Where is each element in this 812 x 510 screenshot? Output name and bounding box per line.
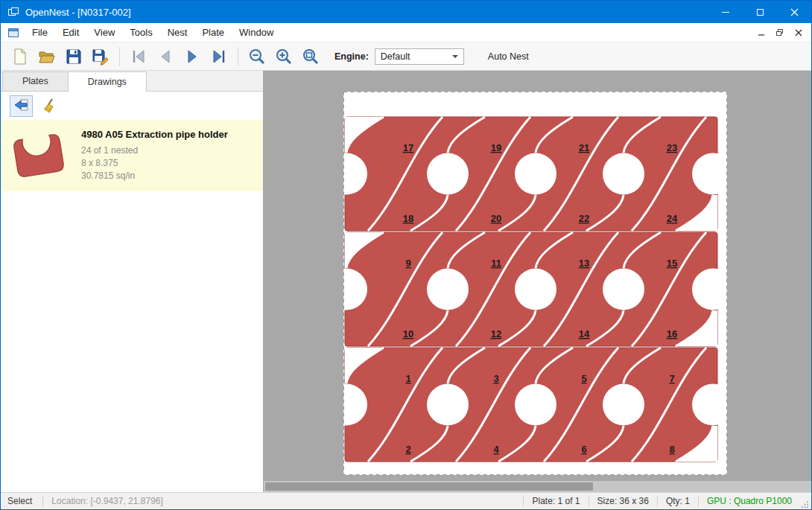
- plate[interactable]: 171921231820222491113151012141613572468: [343, 92, 727, 475]
- return-drawing-button[interactable]: [10, 95, 33, 117]
- part-label-24[interactable]: 24: [667, 213, 678, 224]
- return-drawing-icon: [13, 98, 30, 114]
- part-label-13[interactable]: 13: [579, 258, 589, 269]
- part-label-6[interactable]: 6: [581, 444, 586, 455]
- zoom-in-button[interactable]: [270, 45, 297, 68]
- pipe-notch-hole: [515, 269, 556, 310]
- part-label-20[interactable]: 20: [491, 213, 501, 224]
- menu-items: FileEditViewToolsNestPlateWindow: [25, 24, 281, 41]
- part-label-21[interactable]: 21: [579, 142, 589, 153]
- menu-item-nest[interactable]: Nest: [160, 24, 195, 41]
- zoom-out-button[interactable]: [244, 45, 270, 68]
- zoom-fit-icon: [302, 48, 320, 66]
- minimize-button[interactable]: [708, 1, 743, 23]
- resize-grip[interactable]: [802, 500, 809, 508]
- horizontal-scrollbar[interactable]: [264, 481, 811, 492]
- open-button[interactable]: [34, 45, 60, 68]
- auto-nest-button[interactable]: Auto Nest: [482, 48, 535, 66]
- new-button[interactable]: [7, 45, 34, 68]
- drawing-size: 8 x 8.375: [81, 157, 228, 170]
- maximize-icon: [757, 9, 764, 16]
- part-label-12[interactable]: 12: [491, 328, 501, 340]
- part-label-18[interactable]: 18: [403, 213, 413, 224]
- part-label-23[interactable]: 23: [667, 142, 677, 153]
- part-label-8[interactable]: 8: [669, 444, 674, 455]
- mdi-restore-button[interactable]: [770, 25, 789, 40]
- toolbar-separator: [119, 47, 120, 66]
- pipe-notch-hole: [603, 269, 644, 310]
- app-icon[interactable]: [7, 6, 19, 18]
- mdi-window-controls: [752, 25, 811, 40]
- go-last-icon: [210, 48, 228, 66]
- pipe-notch-hole: [427, 153, 469, 195]
- clean-button[interactable]: [38, 95, 61, 117]
- zoom-fit-button[interactable]: [297, 45, 324, 68]
- part-label-5[interactable]: 5: [581, 373, 586, 384]
- nest-row-0[interactable]: 1719212318202224: [343, 117, 727, 231]
- mdi-close-button[interactable]: [789, 25, 808, 40]
- mdi-close-icon: [795, 29, 802, 36]
- part-label-19[interactable]: 19: [491, 142, 501, 153]
- maximize-button[interactable]: [743, 1, 777, 23]
- go-previous-icon: [156, 48, 174, 66]
- last-plate-button[interactable]: [206, 45, 232, 68]
- pipe-notch-hole: [515, 384, 556, 426]
- nest-row-2[interactable]: 13572468: [343, 348, 727, 462]
- pipe-notch-hole: [427, 269, 469, 310]
- part-label-15[interactable]: 15: [667, 258, 677, 269]
- status-qty: Qty: 1: [658, 496, 698, 506]
- drawing-title: 4980 A05 Extraction pipe holder: [81, 129, 228, 140]
- side-panel: PlatesDrawings: [1, 71, 264, 492]
- pipe-notch-hole: [427, 384, 469, 426]
- save-as-button[interactable]: [87, 45, 114, 68]
- titlebar-drag-area[interactable]: [131, 1, 708, 23]
- window-title: OpenNest - [N0317-002]: [25, 7, 131, 18]
- save-button[interactable]: [60, 45, 87, 68]
- go-first-icon: [130, 48, 148, 66]
- menu-item-view[interactable]: View: [86, 24, 122, 41]
- close-button[interactable]: [777, 1, 811, 23]
- drawing-nested-count: 24 of 1 nested: [81, 144, 228, 157]
- previous-plate-button[interactable]: [152, 45, 179, 68]
- toolbar-separator: [238, 47, 238, 66]
- part-label-17[interactable]: 17: [403, 142, 413, 153]
- menu-item-edit[interactable]: Edit: [55, 24, 86, 41]
- part-label-11[interactable]: 11: [491, 258, 501, 269]
- part-label-14[interactable]: 14: [579, 328, 590, 340]
- part-label-1[interactable]: 1: [405, 373, 410, 384]
- canvas[interactable]: 171921231820222491113151012141613572468: [264, 71, 811, 492]
- first-plate-button[interactable]: [125, 45, 152, 68]
- engine-select[interactable]: Default: [375, 48, 464, 65]
- part-label-7[interactable]: 7: [669, 373, 674, 384]
- tab-drawings[interactable]: Drawings: [68, 71, 147, 92]
- menu-item-file[interactable]: File: [25, 24, 55, 41]
- drawing-list-item[interactable]: 4980 A05 Extraction pipe holder 24 of 1 …: [1, 120, 263, 191]
- tab-strip: PlatesDrawings: [1, 71, 263, 92]
- status-size: Size: 36 x 36: [589, 496, 657, 506]
- status-bar: Select Location: [-0.9437, 21.8796] Plat…: [1, 492, 811, 509]
- part-label-3[interactable]: 3: [493, 373, 498, 384]
- mdi-minimize-button[interactable]: [752, 25, 770, 40]
- document-window-icon[interactable]: [7, 27, 19, 39]
- menu-item-plate[interactable]: Plate: [194, 24, 232, 41]
- scrollbar-thumb[interactable]: [265, 482, 593, 491]
- tab-plates[interactable]: Plates: [2, 71, 69, 91]
- next-plate-button[interactable]: [179, 45, 206, 68]
- pipe-notch-hole: [603, 384, 644, 426]
- drawing-thumbnail: [10, 125, 69, 185]
- menu-item-window[interactable]: Window: [232, 24, 281, 41]
- nest-row-1[interactable]: 911131510121416: [343, 232, 727, 346]
- close-icon: [790, 8, 799, 16]
- menu-item-tools[interactable]: Tools: [122, 24, 159, 41]
- status-mode: Select: [1, 496, 42, 506]
- part-label-2[interactable]: 2: [405, 444, 410, 455]
- status-right-cells: Plate: 1 of 1 Size: 36 x 36 Qty: 1 GPU :…: [523, 493, 811, 509]
- part-label-16[interactable]: 16: [667, 328, 677, 340]
- part-label-9[interactable]: 9: [405, 258, 410, 269]
- part-label-4[interactable]: 4: [493, 444, 499, 455]
- part-label-22[interactable]: 22: [579, 213, 589, 224]
- save-edit-icon: [92, 48, 110, 66]
- title-bar[interactable]: OpenNest - [N0317-002]: [1, 1, 811, 23]
- part-label-10[interactable]: 10: [403, 328, 413, 340]
- pipe-notch-hole: [515, 153, 556, 195]
